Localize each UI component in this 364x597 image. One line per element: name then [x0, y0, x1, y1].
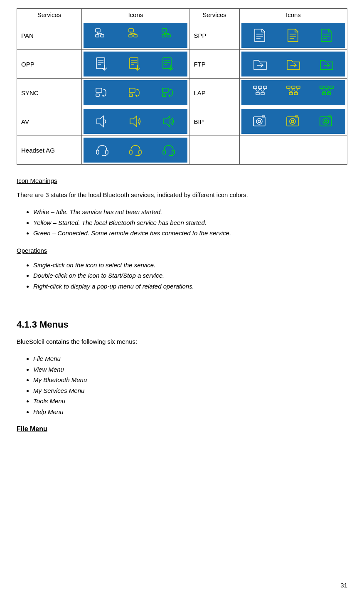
- section-413: 4.1.3 Menus BlueSoleil contains the foll…: [17, 319, 347, 417]
- icon-meanings-section: Icon Meanings There are 3 states for the…: [17, 177, 347, 239]
- service-label-av: AV: [17, 107, 82, 136]
- icons-spp: [239, 21, 347, 50]
- list-item: Single-click on the icon to select the s…: [33, 260, 347, 271]
- svg-rect-48: [96, 88, 102, 92]
- operations-heading: Operations: [17, 247, 347, 254]
- list-item: File Menu: [33, 353, 347, 364]
- lap-icon-green: [319, 85, 334, 101]
- svg-marker-26: [321, 29, 331, 42]
- bip-icon-white: [252, 113, 268, 129]
- icons-sync: [82, 79, 189, 107]
- icons-ftp: [239, 50, 347, 79]
- headset-icon-white: [94, 142, 110, 158]
- table-row: SYNC: [17, 79, 347, 107]
- col-header-services-2: Services: [189, 9, 239, 21]
- service-label-bip: BIP: [189, 107, 239, 136]
- svg-rect-58: [261, 92, 264, 95]
- svg-rect-74: [330, 86, 333, 89]
- svg-point-107: [171, 155, 173, 156]
- svg-line-77: [322, 89, 324, 92]
- bip-icon-green: [319, 113, 334, 129]
- svg-rect-6: [129, 29, 133, 32]
- list-item: Green – Connected. Some remote device ha…: [33, 228, 347, 239]
- svg-rect-72: [320, 86, 323, 89]
- svg-rect-73: [325, 86, 328, 89]
- svg-rect-97: [106, 150, 108, 154]
- pan-icon-white: [94, 27, 110, 43]
- table-row: PAN: [17, 21, 347, 50]
- svg-rect-55: [258, 86, 262, 89]
- svg-rect-100: [130, 150, 132, 154]
- svg-rect-14: [167, 35, 170, 37]
- section-413-list: File Menu View Menu My Bluetooth Menu My…: [33, 353, 347, 417]
- svg-rect-63: [287, 86, 290, 89]
- opp-icon-green: [161, 56, 177, 72]
- lap-icon-yellow: [285, 85, 301, 101]
- svg-line-59: [255, 89, 258, 92]
- list-item: View Menu: [33, 364, 347, 375]
- ftp-icon-white: [252, 56, 268, 72]
- svg-point-86: [258, 120, 261, 123]
- sync-icon-white: [94, 85, 110, 101]
- svg-point-103: [138, 155, 140, 156]
- av-icon-green: [161, 113, 177, 129]
- svg-rect-7: [129, 35, 132, 37]
- svg-rect-13: [162, 35, 165, 37]
- svg-line-78: [324, 89, 327, 92]
- svg-line-71: [296, 89, 298, 92]
- service-label-spp: SPP: [189, 21, 239, 50]
- svg-marker-18: [255, 29, 265, 42]
- av-icon-yellow: [128, 113, 143, 129]
- service-label-headset-ag: Headset AG: [17, 136, 82, 165]
- table-row: OPP: [17, 50, 347, 79]
- svg-rect-76: [327, 92, 331, 95]
- list-item: Tools Menu: [33, 396, 347, 407]
- list-item: Help Menu: [33, 407, 347, 417]
- svg-rect-0: [96, 29, 100, 32]
- services-table: Services Icons Services Icons PAN: [17, 8, 347, 165]
- svg-rect-53: [162, 94, 166, 96]
- service-label-ftp: FTP: [189, 50, 239, 79]
- svg-line-70: [293, 89, 296, 92]
- svg-rect-50: [129, 88, 135, 92]
- list-item: My Bluetooth Menu: [33, 375, 347, 385]
- service-label-pan: PAN: [17, 21, 82, 50]
- ftp-icon-green: [319, 56, 334, 72]
- sync-icon-green: [161, 85, 177, 101]
- col-header-icons-1: Icons: [82, 9, 189, 21]
- svg-point-94: [325, 120, 327, 123]
- svg-rect-54: [253, 86, 257, 89]
- icons-headset-ag: [82, 136, 189, 165]
- spp-icon-white: [252, 27, 268, 43]
- svg-line-80: [329, 89, 332, 92]
- svg-line-68: [288, 89, 291, 92]
- opp-icon-white: [94, 56, 110, 72]
- bip-icon-yellow: [285, 113, 301, 129]
- svg-line-69: [291, 89, 293, 92]
- table-row: AV: [17, 107, 347, 136]
- svg-rect-12: [162, 29, 167, 32]
- icons-lap: [239, 79, 347, 107]
- ftp-icon-yellow: [285, 56, 301, 72]
- svg-rect-65: [297, 86, 300, 89]
- list-item: Right-click to display a pop-up menu of …: [33, 281, 347, 292]
- svg-rect-57: [256, 92, 259, 95]
- pan-icon-yellow: [128, 27, 143, 43]
- list-item: Yellow – Started. The local Bluetooth se…: [33, 217, 347, 228]
- service-label-empty: [189, 136, 239, 165]
- svg-point-93: [323, 118, 329, 124]
- svg-rect-67: [294, 92, 298, 95]
- col-header-services-1: Services: [17, 9, 82, 21]
- svg-marker-81: [97, 116, 103, 127]
- svg-point-90: [291, 120, 294, 123]
- pan-icon-green: [161, 27, 177, 43]
- list-item: White – Idle. The service has not been s…: [33, 207, 347, 217]
- svg-line-60: [258, 89, 260, 92]
- svg-rect-1: [96, 35, 99, 37]
- svg-rect-49: [96, 94, 99, 96]
- svg-rect-8: [134, 35, 137, 37]
- operations-list: Single-click on the icon to select the s…: [33, 260, 347, 292]
- spp-icon-green: [319, 27, 334, 43]
- svg-rect-66: [289, 92, 293, 95]
- sync-icon-yellow: [128, 85, 143, 101]
